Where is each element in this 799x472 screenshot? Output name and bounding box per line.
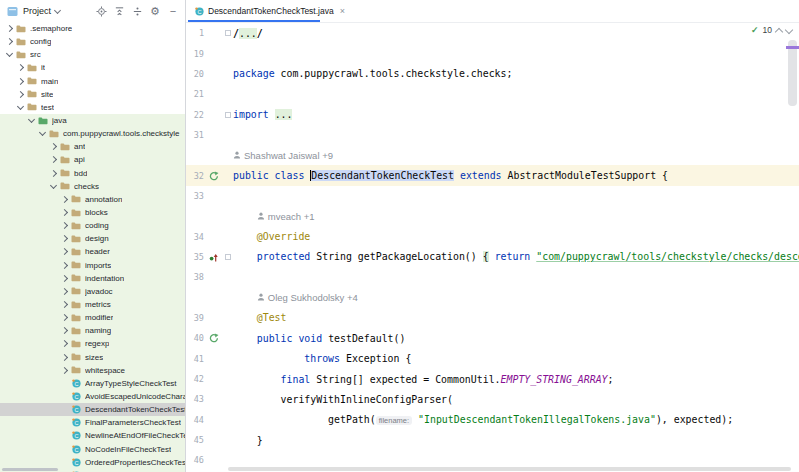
tree-chevron-right-icon[interactable] [59,368,70,373]
prev-problem-chevron-icon[interactable] [775,27,783,35]
code-line-40[interactable]: 40 public void testDefault() [186,328,799,348]
author-hint[interactable]: Oleg Sukhodolsky +4 [186,292,358,303]
code-text[interactable]: public class DescendantTokenCheckTest ex… [233,170,668,181]
code-line-22[interactable]: 22import ... [186,104,799,124]
code-text[interactable]: protected String getPackageLocation() { … [233,251,799,262]
settings-gear-icon[interactable]: ⚙ [148,4,162,18]
tree-item-imports[interactable]: imports [0,259,185,272]
author-hint[interactable]: mveach +1 [186,211,315,222]
tree-item-com.puppycrawl.tools.checkstyle[interactable]: com.puppycrawl.tools.checkstyle [0,127,185,140]
tree-chevron-right-icon[interactable] [59,328,70,333]
code-line-21[interactable]: 21 [186,84,799,104]
tree-item-coding[interactable]: coding [0,219,185,232]
tree-chevron-right-icon[interactable] [48,144,59,149]
tree-chevron-down-icon[interactable] [37,132,48,135]
tree-item-NewlineAtEndOfFileCheckTest[interactable]: CNewlineAtEndOfFileCheckTest [0,429,185,442]
tree-item-metrics[interactable]: metrics [0,298,185,311]
tree-chevron-right-icon[interactable] [59,276,70,281]
tree-item-javadoc[interactable]: javadoc [0,285,185,298]
collapse-all-icon[interactable] [112,4,126,18]
tree-item-naming[interactable]: naming [0,324,185,337]
tree-item-whitespace[interactable]: whitespace [0,364,185,377]
code-text[interactable]: final String[] expected = CommonUtil.EMP… [233,374,614,385]
code-line-32[interactable]: 32public class DescendantTokenCheckTest … [186,165,799,185]
tree-item-blocks[interactable]: blocks [0,206,185,219]
tree-chevron-down-icon[interactable] [4,53,15,56]
code-text[interactable]: verifyWithInlineConfigParser( [233,394,453,405]
editor-vertical-scrollbar[interactable] [788,40,797,106]
tree-chevron-down-icon[interactable] [26,119,37,122]
code-text[interactable]: @Override [233,231,310,242]
tree-chevron-right-icon[interactable] [48,157,59,162]
tree-item-indentation[interactable]: indentation [0,272,185,285]
code-line-45[interactable]: 45 } [186,430,799,450]
tree-item-header[interactable]: header [0,245,185,258]
author-hint[interactable]: Shashwat Jaiswal +9 [186,150,333,161]
tree-item-sizes[interactable]: sizes [0,351,185,364]
code-text[interactable]: package com.puppycrawl.tools.checkstyle.… [233,68,512,79]
code-text[interactable]: } [233,435,263,446]
tree-item-.semaphore[interactable]: .semaphore [0,22,185,35]
tree-chevron-right-icon[interactable] [59,289,70,294]
tree-chevron-right-icon[interactable] [59,263,70,268]
overrides-method-icon[interactable] [204,252,223,262]
tree-item-design[interactable]: design [0,232,185,245]
tree-item-bdd[interactable]: bdd [0,167,185,180]
tree-item-api[interactable]: api [0,153,185,166]
tree-chevron-right-icon[interactable] [59,223,70,228]
tree-item-checks[interactable]: checks [0,180,185,193]
tree-item-ant[interactable]: ant [0,140,185,153]
code-line-41[interactable]: 41 throws Exception { [186,349,799,369]
inspections-widget[interactable]: ✓ 10 [751,25,792,35]
tree-chevron-right-icon[interactable] [59,197,70,202]
tree-item-NoCodeInFileCheckTest[interactable]: CNoCodeInFileCheckTest [0,443,185,456]
fold-marker-icon[interactable] [223,112,233,118]
tree-item-OrderedPropertiesCheckTest[interactable]: COrderedPropertiesCheckTest [0,456,185,469]
tree-item-regexp[interactable]: regexp [0,337,185,350]
tree-item-DescendantTokenCheckTest[interactable]: CDescendantTokenCheckTest [0,403,185,416]
code-text[interactable]: public void testDefault() [233,333,405,344]
code-text[interactable]: @Test [233,312,287,323]
code-line-42[interactable]: 42 final String[] expected = CommonUtil.… [186,369,799,389]
tree-chevron-right-icon[interactable] [59,315,70,320]
tree-chevron-right-icon[interactable] [59,249,70,254]
code-line-35[interactable]: 35 protected String getPackageLocation()… [186,247,799,267]
tree-chevron-right-icon[interactable] [59,341,70,346]
tree-chevron-right-icon[interactable] [15,79,26,84]
editor-tab[interactable]: C DescendantTokenCheckTest.java × [188,0,352,22]
locate-icon[interactable] [94,4,108,18]
tab-close-icon[interactable]: × [340,6,345,16]
tree-chevron-right-icon[interactable] [59,302,70,307]
fold-marker-icon[interactable] [223,30,233,36]
code-line-33[interactable]: 33 [186,186,799,206]
tree-chevron-right-icon[interactable] [59,210,70,215]
tree-chevron-down-icon[interactable] [48,185,59,188]
hide-panel-icon[interactable]: − [166,4,180,18]
run-test-icon[interactable] [204,333,223,343]
tree-chevron-right-icon[interactable] [15,92,26,97]
code-view[interactable]: 1/.../1920package com.puppycrawl.tools.c… [186,23,799,472]
code-vision-author-hint[interactable]: Oleg Sukhodolsky +4 [186,287,799,307]
code-text[interactable]: throws Exception { [233,353,411,364]
code-line-19[interactable]: 19 [186,43,799,63]
code-line-44[interactable]: 44 getPath(filename: "InputDescendantTok… [186,410,799,430]
tree-item-src[interactable]: src [0,48,185,61]
code-vision-author-hint[interactable]: Shashwat Jaiswal +9 [186,145,799,165]
tree-chevron-right-icon[interactable] [15,65,26,70]
tree-item-AvoidEscapedUnicodeCharactersChe[interactable]: CAvoidEscapedUnicodeCharactersChe [0,390,185,403]
tree-item-config[interactable]: config [0,35,185,48]
tree-chevron-right-icon[interactable] [59,355,70,360]
error-stripe-mark[interactable] [786,46,799,49]
code-text[interactable]: /.../ [233,28,263,39]
tree-item-main[interactable]: main [0,75,185,88]
run-test-icon[interactable] [204,171,223,181]
project-dropdown-chevron-icon[interactable] [54,6,61,13]
editor-horizontal-scrollbar[interactable] [228,467,791,471]
code-line-31[interactable]: 31 [186,125,799,145]
tree-item-test[interactable]: test [0,101,185,114]
expand-collapse-icon[interactable] [130,4,144,18]
code-text[interactable]: getPath(filename: "InputDescendantTokenI… [233,414,733,425]
tree-item-annotation[interactable]: annotation [0,193,185,206]
code-line-20[interactable]: 20package com.puppycrawl.tools.checkstyl… [186,64,799,84]
tree-item-ArrayTypeStyleCheckTest[interactable]: CArrayTypeStyleCheckTest [0,377,185,390]
